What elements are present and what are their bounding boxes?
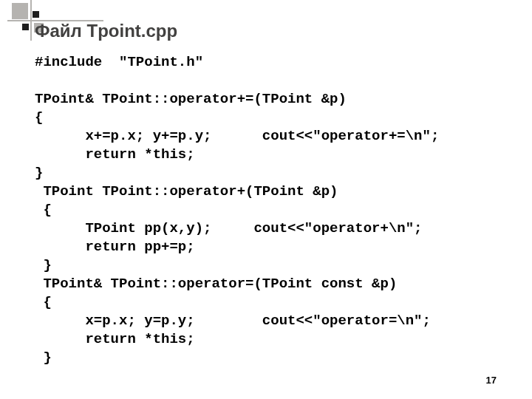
svg-rect-5	[22, 24, 29, 30]
code-block: #include "TPoint.h" TPoint& TPoint::oper…	[35, 53, 502, 367]
slide-title: Файл Tpoint.cpp	[35, 21, 177, 41]
svg-rect-2	[12, 3, 28, 19]
slide: Файл Tpoint.cpp #include "TPoint.h" TPoi…	[0, 0, 532, 399]
svg-rect-4	[33, 11, 39, 18]
page-number: 17	[486, 375, 497, 386]
